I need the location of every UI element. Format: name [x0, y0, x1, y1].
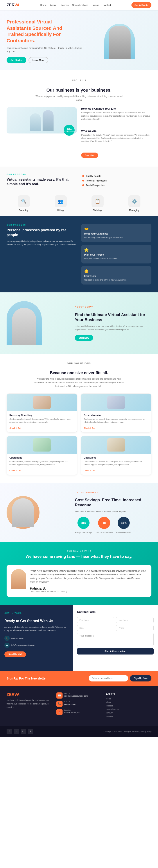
newsletter-signup-button[interactable]: Sign Up Now — [130, 675, 151, 681]
contact-message-input[interactable] — [77, 633, 154, 646]
savings-section: By The Numbers Cost Savings. Free Time. … — [0, 483, 158, 542]
spec-recovery-link[interactable]: Check It Out — [9, 427, 21, 429]
footer-link-specializations[interactable]: Specializations — [106, 708, 151, 710]
contact-email-item: ✉️ info@zervaresourcing.com — [4, 643, 68, 648]
contact-last-name-input[interactable] — [116, 617, 154, 623]
personal-body: We take great pride in delivering other-… — [7, 240, 77, 247]
about-heading: Our business is your business. — [7, 88, 151, 93]
process-badge-2: Powerful Processes — [82, 180, 151, 182]
specs-grid: Recovery Coaching Our team works, traine… — [7, 394, 151, 475]
nav-link-pricing[interactable]: Pricing — [92, 4, 99, 6]
spec-card-recovery-img — [7, 394, 77, 411]
twitter-icon[interactable]: t — [14, 729, 19, 734]
spec-card-recovery-body: Recovery Coaching Our team works, traine… — [7, 411, 77, 432]
footer-link-privacy[interactable]: Privacy — [106, 712, 151, 714]
nav-link-process[interactable]: Process — [60, 4, 69, 6]
instagram-icon[interactable]: in — [21, 729, 26, 734]
spec-card-ops1-body: Operations Our team works, trained, deve… — [7, 454, 77, 475]
process-icons-row: 🔍 Sourcing 👥 Hiring 📋 Training ⚙️ Managi… — [7, 195, 151, 212]
savings-person-circle — [7, 496, 40, 529]
footer-link-about[interactable]: About — [106, 701, 151, 703]
sourcing-icon-circle: 🔍 — [18, 195, 30, 207]
hero-get-started-button[interactable]: Get Started — [7, 57, 26, 63]
personal-cards: 🤝 Meet Your Candidate We will bring more… — [81, 224, 151, 284]
spec-ops1-title: Operations — [9, 456, 74, 459]
nav-logo: ZERVA — [7, 3, 20, 7]
footer-bottom: f t in li Copyright © 2024 Zerva | All R… — [0, 726, 158, 737]
footer-grid: ZERVA We have built the entirety of the … — [7, 692, 151, 717]
about-badge: 20+ Specializations — [63, 125, 75, 136]
hero-person-image — [104, 24, 135, 59]
about-content: How We'll Change Your Life It's simple i… — [81, 107, 151, 158]
footer-logo: ZERVA — [7, 692, 52, 697]
about-item-1: How We'll Change Your Life It's simple i… — [81, 107, 151, 126]
personal-card-pick-body: Pick your favorite person or candidate. — [84, 257, 148, 260]
contact-form-heading: Contact Form — [77, 610, 154, 614]
footer-link-contact[interactable]: Contact — [106, 715, 151, 717]
about-read-more-button[interactable]: Read More — [81, 153, 98, 158]
spec-card-ops1: Operations Our team works, trained, deve… — [7, 436, 77, 475]
process-badges-list: Quality People Powerful Processes Fresh … — [82, 175, 151, 187]
about-image-box: 20+ Specializations — [7, 107, 77, 133]
our-process-section: Our Process Virtual assistants made easy… — [0, 166, 158, 216]
spec-admin-link[interactable]: Check It Out — [84, 427, 95, 429]
contact-info: 📞 480-241-6462 ✉️ info@zervaresourcing.c… — [4, 636, 68, 648]
contact-section: Get In Touch Ready to Get Started With U… — [0, 605, 158, 671]
nav-link-about[interactable]: About — [50, 4, 56, 6]
nav-link-specializations[interactable]: Specializations — [72, 4, 88, 6]
personal-layout: Our Process Personal processes powered b… — [7, 224, 151, 284]
spec-ops2-link[interactable]: Check It Out — [84, 469, 95, 472]
nav-links: Home About Process Specializations Prici… — [40, 4, 111, 6]
nav-link-home[interactable]: Home — [40, 4, 47, 6]
testimonial-heading: We have some raving fans — hear what the… — [7, 554, 151, 559]
contact-phone-item: 📞 480-241-6462 — [4, 636, 68, 641]
managing-icon-circle: ⚙️ — [128, 195, 140, 207]
testimonial-card: "When Kevin approached me with the conce… — [7, 565, 151, 597]
personal-card-meet: 🤝 Meet Your Candidate We will bring more… — [81, 224, 151, 242]
find-va-body: Let us start helping you grow your team … — [75, 324, 151, 332]
stat-cost-savings: 78% Average Cost Savings — [75, 517, 92, 534]
savings-image — [7, 496, 71, 529]
process-layout: Our Process Virtual assistants made easy… — [7, 173, 151, 190]
contact-phone: 480-241-6462 — [11, 637, 24, 640]
contact-phone-input[interactable] — [116, 625, 154, 631]
footer-location-item: 📍 Location West Chester, PA — [56, 709, 102, 715]
stat-free-time: 18 Free Hours Per Week — [96, 517, 112, 534]
spec-ops1-link[interactable]: Check It Out — [9, 469, 21, 472]
process-icon-hiring: 👥 Hiring — [55, 195, 67, 212]
contact-send-mail-button[interactable]: Send Us Mail — [4, 651, 26, 657]
contact-tag: Get In Touch — [4, 612, 68, 615]
about-person2 — [43, 110, 54, 131]
spec-card-admin-img — [81, 394, 151, 411]
footer-nav-links: Home About Process Specializations Priva… — [106, 698, 151, 717]
savings-person-placeholder — [12, 498, 34, 527]
nav-cta-button[interactable]: Get A Quote — [131, 2, 151, 8]
personal-heading: Personal processes powered by real peopl… — [7, 228, 77, 237]
footer-link-home[interactable]: Home — [106, 698, 151, 700]
nav-link-contact[interactable]: Contact — [103, 4, 111, 6]
contact-email-input[interactable] — [77, 625, 114, 631]
footer-brand: ZERVA We have built the entirety of the … — [7, 692, 52, 717]
contact-first-name-input[interactable] — [77, 617, 114, 623]
savings-body: What's not to love? We have the numbers … — [75, 510, 151, 513]
contact-submit-button[interactable]: Start A Conversation — [77, 648, 154, 654]
footer-explore-heading: Explore — [106, 692, 151, 695]
testimonial-avatar — [11, 569, 26, 589]
personal-card-enjoy: 😊 Enjoy Life Get back to living and let … — [81, 266, 151, 284]
linkedin-icon[interactable]: li — [28, 729, 33, 734]
find-va-start-button[interactable]: Start Now — [75, 335, 93, 341]
hero-learn-more-button[interactable]: Learn More — [28, 57, 48, 63]
personal-text: Our Process Personal processes powered b… — [7, 224, 77, 284]
contact-right: Contact Form Start A Conversation — [73, 605, 158, 671]
spec-recovery-body: Our team works, trained, develops your V… — [9, 417, 74, 424]
facebook-icon[interactable]: f — [7, 729, 12, 734]
spec-ops2-placeholder — [107, 438, 125, 452]
about-item-2: Who We Are It's simple in the details. W… — [81, 129, 151, 148]
about-grid: 20+ Specializations How We'll Change You… — [7, 107, 151, 158]
enjoy-icon: 😊 — [84, 269, 148, 273]
footer-link-process[interactable]: Process — [106, 705, 151, 707]
find-va-section: About Zerva Find the Ultimate Virtual As… — [0, 292, 158, 354]
newsletter-email-input[interactable] — [89, 675, 128, 681]
process-hiring-label: Hiring — [57, 209, 64, 212]
personal-card-enjoy-body: Get back to living and let your new VA t… — [84, 278, 148, 281]
